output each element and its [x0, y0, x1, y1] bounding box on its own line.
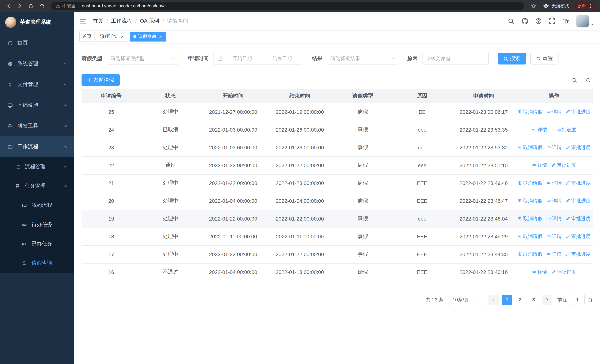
- browser-forward-button[interactable]: [15, 1, 24, 11]
- user-avatar-menu[interactable]: [576, 15, 594, 28]
- cell-start: 2022-01-04 00:00:00: [200, 192, 266, 210]
- browser-home-button[interactable]: [37, 1, 47, 11]
- goto-page-input[interactable]: [570, 295, 585, 305]
- cancel-leave-link[interactable]: 取消请假: [517, 197, 542, 204]
- approval-progress-link[interactable]: 审批进度: [565, 233, 591, 240]
- help-icon[interactable]: [535, 18, 542, 24]
- detail-link[interactable]: 详情: [546, 144, 562, 151]
- detail-link[interactable]: 详情: [532, 126, 547, 133]
- page-size-select[interactable]: 10条/页: [449, 295, 483, 305]
- menu-item-system-management[interactable]: 系统管理: [0, 53, 74, 74]
- view-icon: [532, 127, 536, 132]
- approval-progress-link[interactable]: 审批进度: [551, 126, 576, 133]
- menu-item-infrastructure[interactable]: 基础设施: [0, 95, 74, 116]
- result-select[interactable]: 请选择流结果: [327, 53, 398, 65]
- menu-item-payment-management[interactable]: 支付管理: [0, 74, 74, 95]
- cancel-leave-link[interactable]: 取消请假: [517, 144, 542, 151]
- search-button[interactable]: 搜索: [498, 53, 526, 65]
- address-divider: [79, 4, 79, 8]
- app-shell: 芋道管理系统 首页系统管理支付管理基础设施研发工具工作流程流程管理任务管理我的流…: [0, 12, 600, 364]
- detail-link[interactable]: 详情: [546, 215, 562, 222]
- detail-link[interactable]: 详情: [532, 162, 547, 169]
- menu-item-process-management[interactable]: 流程管理: [0, 157, 74, 177]
- reset-button[interactable]: 重置: [530, 53, 559, 65]
- next-page-button[interactable]: [542, 295, 552, 305]
- tab-home[interactable]: 首页: [79, 32, 95, 41]
- filter-form: 请假类型 请选择请假类型 申请时间 开始日期 - 结束日期 结果 请选择流: [82, 53, 593, 65]
- fullscreen-icon[interactable]: [549, 18, 555, 24]
- column-header: 请假类型: [334, 89, 392, 103]
- breadcrumb-item[interactable]: OA 示例: [140, 18, 159, 24]
- create-leave-button[interactable]: 发起请假: [82, 74, 120, 86]
- browser-menu-icon[interactable]: [588, 3, 593, 8]
- cancel-leave-link[interactable]: 取消请假: [517, 215, 542, 222]
- browser-back-button[interactable]: [4, 1, 13, 11]
- trash-icon: [517, 252, 522, 257]
- detail-link[interactable]: 详情: [546, 109, 562, 115]
- approval-progress-link[interactable]: 审批进度: [565, 180, 591, 187]
- menu-item-dev-tools[interactable]: 研发工具: [0, 116, 74, 136]
- pagination: 共 23 条 10条/页 123 前往 页: [82, 295, 593, 305]
- app-logo[interactable]: 芋道管理系统: [0, 12, 74, 33]
- apply-time-range-picker[interactable]: 开始日期 - 结束日期: [213, 53, 303, 65]
- browser-update-button[interactable]: 更新: [574, 2, 596, 10]
- refresh-table-icon[interactable]: [586, 77, 591, 83]
- prev-page-button[interactable]: [488, 295, 499, 305]
- menu-item-done-task[interactable]: 已办任务: [0, 234, 74, 253]
- approval-progress-link[interactable]: 审批进度: [551, 269, 576, 275]
- menu-item-task-management[interactable]: 任务管理: [0, 177, 74, 196]
- page-2[interactable]: 2: [515, 295, 525, 305]
- approval-progress-link[interactable]: 审批进度: [565, 215, 591, 222]
- close-tab-icon[interactable]: ×: [158, 34, 163, 39]
- address-bar[interactable]: 不安全 dashboard.yudao.iocoder.cn/bpm/oa/le…: [51, 2, 524, 10]
- tab-process-detail[interactable]: 流程详情×: [97, 32, 128, 41]
- approval-progress-link[interactable]: 审批进度: [565, 197, 591, 204]
- browser-reload-button[interactable]: [26, 1, 36, 11]
- menu-item-leave-query[interactable]: 请假查询: [0, 253, 74, 273]
- menu-item-home[interactable]: 首页: [0, 33, 74, 53]
- apply-time-label: 申请时间: [188, 55, 209, 62]
- github-icon[interactable]: [521, 18, 528, 24]
- cancel-leave-link[interactable]: 取消请假: [517, 233, 542, 240]
- toggle-search-icon[interactable]: [572, 77, 577, 83]
- cell-type: 事假: [334, 121, 392, 139]
- detail-link[interactable]: 详情: [546, 251, 562, 258]
- op-label: 审批进度: [571, 233, 591, 240]
- breadcrumb-item[interactable]: 首页: [93, 18, 103, 24]
- close-tab-icon[interactable]: ×: [120, 34, 125, 39]
- reason-input[interactable]: [422, 53, 489, 65]
- edit-icon: [565, 110, 570, 114]
- start-date-placeholder: 开始日期: [225, 55, 259, 62]
- detail-link[interactable]: 详情: [546, 180, 562, 187]
- cell-start: 2022-01-04 00:00:00: [200, 263, 266, 281]
- detail-link[interactable]: 详情: [532, 269, 547, 275]
- detail-link[interactable]: 详情: [546, 197, 562, 204]
- hamburger-icon[interactable]: [79, 18, 87, 25]
- page-1[interactable]: 1: [502, 295, 512, 305]
- approval-progress-link[interactable]: 审批进度: [551, 162, 576, 169]
- menu-item-my-process[interactable]: 我的流程: [0, 196, 74, 215]
- font-size-icon[interactable]: [562, 18, 569, 24]
- cancel-leave-link[interactable]: 取消请假: [517, 251, 542, 258]
- approval-progress-link[interactable]: 审批进度: [565, 144, 591, 151]
- breadcrumb-item[interactable]: 工作流程: [111, 18, 132, 24]
- detail-link[interactable]: 详情: [546, 233, 562, 240]
- approval-progress-link[interactable]: 审批进度: [565, 251, 591, 258]
- chevron-down-icon: [63, 62, 67, 66]
- tab-leave-query[interactable]: 请假查询×: [130, 32, 166, 41]
- cancel-leave-link[interactable]: 取消请假: [517, 109, 542, 115]
- op-label: 取消请假: [523, 251, 542, 258]
- reset-button-label: 重置: [543, 55, 553, 62]
- page-3[interactable]: 3: [528, 295, 539, 305]
- table-row: 16不通过2022-01-04 00:00:002022-01-13 00:00…: [82, 263, 593, 281]
- menu-item-workflow[interactable]: 工作流程: [0, 136, 74, 157]
- bookmark-star-icon[interactable]: [531, 3, 536, 9]
- op-label: 取消请假: [523, 197, 542, 204]
- header-search-icon[interactable]: [508, 18, 514, 24]
- table-header-row: 申请编号状态开始时间结束时间请假类型原因申请时间操作: [82, 89, 593, 103]
- menu-item-todo-task[interactable]: 待办任务: [0, 215, 74, 234]
- approval-progress-link[interactable]: 审批进度: [565, 109, 591, 115]
- cancel-leave-link[interactable]: 取消请假: [517, 180, 542, 187]
- range-separator: -: [262, 56, 263, 61]
- leave-type-select[interactable]: 请选择请假类型: [107, 53, 179, 65]
